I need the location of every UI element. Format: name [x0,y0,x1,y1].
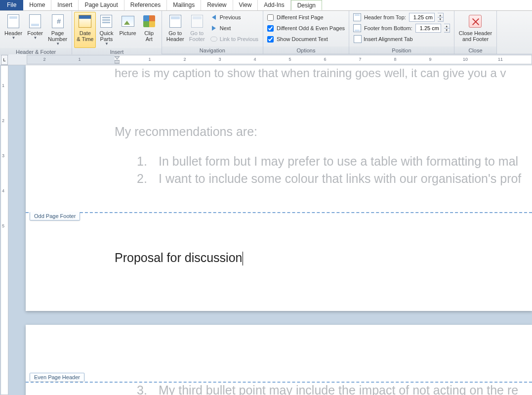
group-close: Close Header and Footer Close [454,11,497,54]
tab-view[interactable]: View [233,0,258,10]
group-header-footer: Header ▼ Footer ▼ Page Number ▼ Header &… [0,11,72,54]
ruler-num: 6 [324,57,326,62]
tab-mailings[interactable]: Mailings [167,0,201,10]
diff-first-label: Different First Page [277,14,324,20]
group-title-position: Position [349,46,454,54]
header-top-label: Header from Top: [364,14,406,20]
header-top-spinner[interactable]: ▲▼ [438,13,444,22]
previous-icon [212,15,216,20]
header-separator [26,382,532,383]
bullet-list: 1. In bullet form but I may prefer to us… [137,154,521,189]
footer-icon [29,14,41,28]
previous-label: Previous [220,14,241,20]
recommendations-heading: My recommendations are: [115,125,257,139]
header-from-top-input[interactable] [409,13,435,22]
align-tab-label: Insert Alignment Tab [364,36,412,42]
clip-art-button[interactable]: Clip Art [139,12,160,48]
different-odd-even-checkbox[interactable]: Different Odd & Even Pages [265,23,347,34]
ruler-num: 9 [429,57,431,62]
even-page-header-tag: Even Page Header [30,373,84,381]
ruler-num: 2 [183,57,186,62]
close-header-footer-button[interactable]: Close Header and Footer [456,12,494,46]
svg-rect-1 [115,60,120,63]
group-insert: Date & Time Quick Parts ▼ Picture Clip A… [72,11,162,54]
tab-references[interactable]: References [124,0,167,10]
page-odd[interactable]: here is my caption to show that when tra… [26,65,532,311]
group-navigation: Go to Header Go to Footer Previous Next … [162,11,263,54]
page-even[interactable]: Even Page Header 3. My third bullet poin… [26,325,532,395]
clip-art-label: Clip Art [144,30,154,42]
goto-header-button[interactable]: Go to Header [164,12,187,46]
tab-design[interactable]: Design [291,0,322,10]
goto-footer-label: Go to Footer [189,30,205,42]
spin-up-icon[interactable]: ▲ [444,24,450,29]
checkbox-icon[interactable] [267,36,274,43]
footer-bottom-spinner[interactable]: ▲▼ [444,24,450,33]
quick-parts-button[interactable]: Quick Parts ▼ [96,12,117,48]
tab-selector[interactable]: L [1,55,8,65]
picture-button[interactable]: Picture [117,12,138,48]
quick-parts-icon [100,15,112,28]
header-icon [7,14,19,28]
link-icon [210,37,217,42]
footer-editable-area[interactable]: Proposal for discussion [115,251,243,265]
spin-down-icon[interactable]: ▼ [438,18,443,22]
checkbox-icon[interactable] [267,14,274,21]
date-time-label: Date & Time [77,30,93,42]
tab-add-ins[interactable]: Add-Ins [258,0,290,10]
dropdown-caret-icon: ▼ [34,36,38,41]
group-position: Header from Top: ▲▼ Footer from Bottom: … [349,11,454,54]
clip-art-icon [143,15,155,27]
calendar-icon [79,15,91,28]
document-area: 1 2 3 4 5 here is my caption to show tha… [0,65,532,395]
vertical-ruler[interactable]: 1 2 3 4 5 [0,65,8,395]
footer-separator [26,212,532,213]
list-item: 2. I want to include some colour that li… [137,172,521,186]
goto-header-label: Go to Header [166,30,184,42]
spin-down-icon[interactable]: ▼ [444,29,450,33]
vruler-num: 3 [2,153,4,158]
indent-marker[interactable] [115,54,120,65]
footer-from-bottom-input[interactable] [415,24,441,33]
ruler-num: 3 [218,57,221,62]
bullet-text: In bullet form but I may prefer to use a… [159,154,518,169]
dropdown-caret-icon: ▼ [105,42,109,46]
next-label: Next [220,25,231,31]
ruler-num: 2 [43,57,45,62]
page-number-button[interactable]: Page Number ▼ [45,12,70,48]
insert-alignment-tab-button[interactable]: Insert Alignment Tab [351,34,452,44]
group-title-options: Options [263,46,349,54]
checkbox-icon[interactable] [267,25,274,32]
tab-file[interactable]: File [0,0,23,10]
vruler-num: 5 [2,223,4,228]
header-button[interactable]: Header ▼ [2,12,25,48]
next-button[interactable]: Next [207,23,261,34]
ruler-row: L 2 1 1 2 3 4 5 6 7 8 9 10 11 [0,54,532,65]
tab-review[interactable]: Review [201,0,233,10]
ribbon: Header ▼ Footer ▼ Page Number ▼ Header &… [0,11,532,54]
spin-up-icon[interactable]: ▲ [438,13,443,18]
caption-text: here is my caption to show that when tra… [115,66,506,80]
close-label: Close Header and Footer [459,30,492,42]
bullet-text: My third bullet point may include the im… [159,383,518,395]
different-first-page-checkbox[interactable]: Different First Page [265,12,347,23]
goto-header-icon [169,15,181,28]
show-document-text-checkbox[interactable]: Show Document Text [265,34,347,44]
header-top-icon [353,13,361,21]
date-time-button[interactable]: Date & Time [74,12,96,48]
text-cursor [243,252,243,265]
horizontal-ruler[interactable]: 2 1 1 2 3 4 5 6 7 8 9 10 11 [27,55,532,64]
previous-button[interactable]: Previous [207,12,261,23]
tab-insert[interactable]: Insert [51,0,79,10]
list-item: 3. My third bullet point may include the… [137,383,518,395]
footer-from-bottom-row: Footer from Bottom: ▲▼ [351,23,452,34]
ruler-num: 1 [78,57,81,62]
vruler-num: 1 [2,83,4,88]
dropdown-caret-icon: ▼ [56,42,60,46]
footer-button[interactable]: Footer ▼ [25,12,45,48]
tab-page-layout[interactable]: Page Layout [79,0,124,10]
alignment-tab-icon [354,35,362,43]
tab-home[interactable]: Home [23,0,51,10]
ruler-num: 1 [148,57,151,62]
picture-label: Picture [119,30,136,36]
